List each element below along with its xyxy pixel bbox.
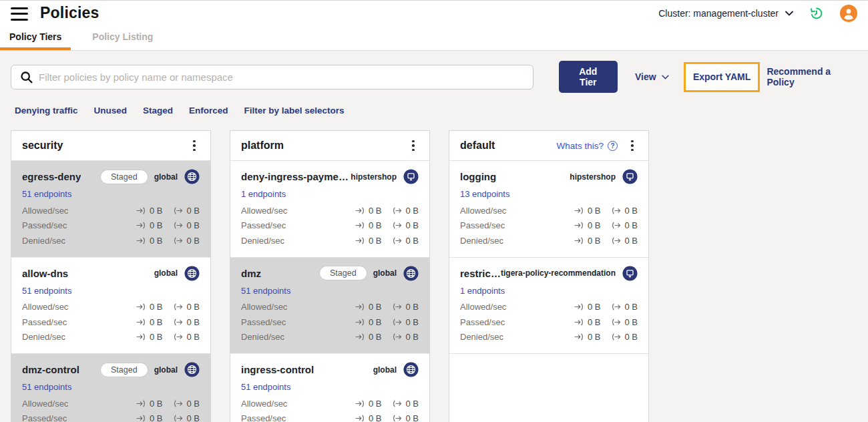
inbound-traffic-icon — [574, 222, 584, 229]
outbound-traffic-icon — [173, 319, 183, 326]
outbound-traffic-icon — [611, 207, 621, 214]
policy-scope: tigera-policy-recommendation — [501, 268, 616, 278]
add-tier-button[interactable]: Add Tier — [559, 61, 618, 93]
staged-badge: Staged — [101, 363, 148, 377]
tab-policy-tiers[interactable]: Policy Tiers — [0, 25, 71, 50]
policy-search-box — [11, 65, 533, 89]
inbound-traffic-icon — [136, 415, 146, 422]
app-header: Policies Cluster: management-cluster — [0, 0, 868, 25]
global-scope-icon — [403, 362, 419, 377]
inbound-traffic-icon — [136, 319, 146, 326]
export-yaml-button[interactable]: Export YAML — [684, 62, 761, 92]
stat-row: Denied/sec 0 B 0 B — [22, 233, 200, 248]
outbound-traffic-icon — [611, 333, 621, 341]
user-avatar[interactable] — [840, 5, 857, 22]
quick-filters: Denying traffic Unused Staged Enforced F… — [0, 92, 868, 116]
outbound-traffic-icon — [173, 400, 183, 407]
outbound-traffic-icon — [392, 400, 402, 407]
view-dropdown-button[interactable]: View — [635, 71, 669, 82]
policy-scope: hipstershop — [570, 172, 616, 182]
inbound-traffic-icon — [355, 222, 365, 229]
policy-name: egress-deny — [22, 171, 81, 182]
outbound-traffic-icon — [173, 237, 183, 244]
global-scope-icon — [184, 266, 200, 281]
global-scope-icon — [184, 169, 200, 184]
inbound-traffic-icon — [136, 400, 146, 407]
policy-scope: hipstershop — [351, 172, 397, 182]
stat-row: Denied/sec 0 B 0 B — [241, 330, 419, 345]
search-icon — [19, 70, 33, 84]
endpoints-link[interactable]: 51 endpoints — [241, 382, 290, 392]
filter-unused[interactable]: Unused — [94, 106, 128, 116]
inbound-traffic-icon — [574, 303, 584, 310]
policy-scope: global — [373, 268, 397, 278]
policy-card-deny-ingress-paymentservi[interactable]: deny-ingress-paymentservi… hipstershop 1… — [230, 161, 429, 258]
policy-search-input[interactable] — [39, 71, 525, 83]
policy-name: dmz — [241, 268, 261, 279]
cluster-selector[interactable]: Cluster: management-cluster — [658, 8, 793, 19]
namespace-scope-icon — [622, 169, 638, 184]
endpoints-link[interactable]: 51 endpoints — [241, 286, 290, 296]
endpoints-link[interactable]: 51 endpoints — [22, 382, 71, 392]
outbound-traffic-icon — [611, 222, 621, 229]
namespace-scope-icon — [403, 169, 419, 184]
inbound-traffic-icon — [136, 207, 146, 214]
policy-scope: global — [154, 172, 178, 182]
tab-policy-listing[interactable]: Policy Listing — [83, 25, 162, 50]
filter-staged[interactable]: Staged — [143, 106, 173, 116]
policy-card-egress-deny[interactable]: egress-deny Staged global 51 endpoints A… — [11, 161, 210, 258]
endpoints-link[interactable]: 13 endpoints — [460, 189, 509, 199]
stat-row: Passed/sec 0 B 0 B — [22, 411, 200, 422]
tier-header: security — [11, 131, 210, 161]
outbound-traffic-icon — [392, 415, 402, 422]
chevron-down-icon — [785, 11, 793, 16]
outbound-traffic-icon — [173, 207, 183, 214]
policy-scope: global — [154, 365, 178, 375]
staged-badge: Staged — [320, 266, 367, 280]
outbound-traffic-icon — [392, 222, 402, 229]
tier-header: platform — [230, 131, 429, 161]
stat-row: Passed/sec 0 B 0 B — [241, 218, 419, 234]
inbound-traffic-icon — [574, 333, 584, 341]
tier-header: default Whats this? ? — [449, 131, 648, 161]
stat-row: Passed/sec 0 B 0 B — [241, 314, 419, 330]
stat-row: Passed/sec 0 B 0 B — [460, 218, 638, 234]
policy-card-ingress-control[interactable]: ingress-control global 51 endpoints Allo… — [230, 354, 429, 422]
tier-menu-icon[interactable] — [626, 139, 639, 153]
filter-label-selectors[interactable]: Filter by label selectors — [244, 106, 345, 116]
filter-denying-traffic[interactable]: Denying traffic — [15, 106, 78, 116]
endpoints-link[interactable]: 51 endpoints — [22, 286, 71, 296]
tier-column-default: default Whats this? ? logging hipstersho… — [449, 130, 649, 422]
endpoints-link[interactable]: 1 endpoints — [241, 189, 286, 199]
tier-menu-icon[interactable] — [407, 139, 420, 153]
recommend-policy-button[interactable]: Recommend a Policy — [767, 66, 857, 87]
policy-card-allow-dns[interactable]: allow-dns global 51 endpoints Allowed/se… — [11, 258, 210, 355]
inbound-traffic-icon — [136, 303, 146, 310]
outbound-traffic-icon — [392, 319, 402, 326]
hamburger-menu-icon[interactable] — [11, 7, 28, 21]
endpoints-link[interactable]: 1 endpoints — [460, 286, 505, 296]
policy-scope: global — [154, 268, 178, 278]
stat-row: Passed/sec 0 B 0 B — [22, 314, 200, 330]
tier-menu-icon[interactable] — [188, 139, 201, 153]
stat-row: Allowed/sec 0 B 0 B — [241, 300, 419, 315]
filter-enforced[interactable]: Enforced — [189, 106, 228, 116]
whats-this-link[interactable]: Whats this? ? — [556, 141, 618, 151]
stat-row: Allowed/sec 0 B 0 B — [22, 300, 200, 315]
stat-row: Denied/sec 0 B 0 B — [241, 233, 419, 248]
policy-card-dmz[interactable]: dmz Staged global 51 endpoints Allowed/s… — [230, 258, 429, 355]
outbound-traffic-icon — [392, 303, 402, 310]
policy-name: logging — [460, 171, 496, 182]
policy-card-dmz-control[interactable]: dmz-control Staged global 51 endpoints A… — [11, 354, 210, 422]
inbound-traffic-icon — [574, 319, 584, 326]
stat-row: Denied/sec 0 B 0 B — [460, 233, 638, 248]
stat-row: Denied/sec 0 B 0 B — [460, 330, 638, 345]
outbound-traffic-icon — [611, 303, 621, 310]
global-scope-icon — [184, 362, 200, 377]
policy-card-restricted[interactable]: restricted tigera-policy-recommendation … — [449, 258, 648, 355]
policy-card-logging[interactable]: logging hipstershop 13 endpoints Allowed… — [449, 161, 648, 258]
endpoints-link[interactable]: 51 endpoints — [22, 189, 71, 199]
tab-bar: Policy Tiers Policy Listing — [0, 25, 868, 51]
stat-row: Passed/sec 0 B 0 B — [460, 314, 638, 330]
history-icon[interactable] — [808, 5, 825, 22]
